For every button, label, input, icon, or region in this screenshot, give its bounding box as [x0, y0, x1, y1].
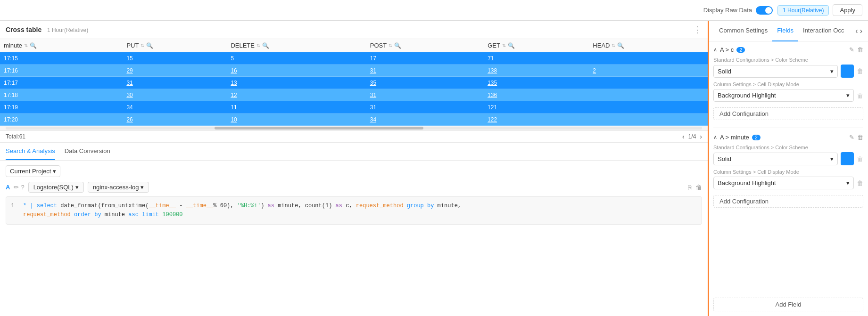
crosstable-title-area: Cross table 1 Hour(Relative) [6, 26, 88, 33]
link-delete[interactable]: 12 [231, 92, 237, 98]
link-delete[interactable]: 13 [231, 80, 237, 86]
delete-query-icon[interactable]: 🗑 [695, 184, 702, 191]
sort-icon-delete[interactable]: ⇅ [256, 43, 260, 48]
copy-icon[interactable]: ⎘ [688, 184, 692, 191]
link-put[interactable]: 29 [126, 67, 132, 74]
tab-common-settings[interactable]: Common Settings [714, 21, 772, 41]
apply-button[interactable]: Apply [833, 4, 862, 16]
cell-display-select-1[interactable]: Background Highlight ▾ [713, 89, 854, 102]
config-color-scheme-2: Standard Configurations > Color Scheme S… [713, 145, 863, 165]
sort-icon-get[interactable]: ⇅ [502, 43, 506, 48]
delete-field-icon[interactable]: 🗑 [857, 46, 863, 53]
help-icon[interactable]: ? [21, 184, 24, 191]
field-a-c-header: ∧ A > c 2 ✎ 🗑 [713, 46, 863, 53]
source-type-selector[interactable]: Logstore(SQL) ▾ [28, 182, 84, 193]
search-icon-head[interactable]: 🔍 [617, 42, 624, 49]
delete-cell-config-2[interactable]: 🗑 [857, 179, 863, 187]
link-get[interactable]: 121 [488, 104, 497, 111]
cell-head [589, 113, 708, 126]
search-icon-minute[interactable]: 🔍 [30, 42, 37, 49]
source-name-selector[interactable]: nginx-access-log ▾ [88, 182, 149, 193]
link-head[interactable]: 2 [593, 67, 596, 74]
tab-search-analysis[interactable]: Search & Analysis [6, 143, 55, 160]
link-delete[interactable]: 11 [231, 104, 237, 111]
more-options-icon[interactable]: ⋮ [694, 24, 702, 35]
display-raw-data-toggle[interactable] [756, 6, 773, 15]
config-color-scheme-label-2: Standard Configurations > Color Scheme [713, 145, 863, 150]
cell-head [589, 89, 708, 101]
search-icon-get[interactable]: 🔍 [508, 42, 515, 49]
cell-display-select-2[interactable]: Background Highlight ▾ [713, 177, 854, 189]
link-put[interactable]: 26 [126, 116, 132, 123]
link-get[interactable]: 138 [488, 67, 497, 74]
link-delete[interactable]: 5 [231, 55, 234, 62]
link-put[interactable]: 31 [126, 80, 132, 86]
cell-delete: 5 [227, 52, 366, 65]
collapse-icon-a-minute[interactable]: ∧ [713, 134, 717, 140]
color-picker-btn-2[interactable] [841, 152, 854, 165]
pagination-row: Total:61 ‹ 1/4 › [0, 130, 708, 142]
delete-color-config-2[interactable]: 🗑 [857, 155, 863, 162]
link-post[interactable]: 31 [370, 67, 376, 74]
edit-field-icon[interactable]: ✎ [849, 46, 854, 53]
delete-cell-config-1[interactable]: 🗑 [857, 92, 863, 99]
code-editor[interactable]: 1 * | select date_format(from_unixtime(_… [6, 196, 702, 225]
edit-icon[interactable]: ✏ [14, 184, 19, 191]
next-page-button[interactable]: › [700, 133, 702, 140]
color-scheme-select-2[interactable]: Solid ▾ [713, 153, 838, 165]
link-post[interactable]: 31 [370, 104, 376, 111]
add-field-button[interactable]: Add Field [713, 298, 863, 311]
query-alias-label: A [6, 184, 10, 191]
color-picker-btn-1[interactable] [841, 65, 854, 78]
link-get[interactable]: 71 [488, 55, 494, 62]
sort-icon-put[interactable]: ⇅ [141, 43, 144, 48]
field-a-minute-name: A > minute [720, 134, 749, 141]
sort-icon-post[interactable]: ⇅ [389, 43, 392, 48]
collapse-icon-a-c[interactable]: ∧ [713, 47, 717, 53]
tab-data-conversion[interactable]: Data Conversion [65, 143, 110, 160]
link-put[interactable]: 34 [126, 104, 132, 111]
horizontal-scrollbar[interactable] [0, 126, 708, 130]
link-get[interactable]: 122 [488, 116, 497, 123]
add-config-btn-1[interactable]: Add Configuration [713, 107, 863, 120]
tab-interaction[interactable]: Interaction Occ [798, 21, 849, 41]
cell-delete: 12 [227, 89, 366, 101]
main-layout: Cross table 1 Hour(Relative) ⋮ minute ⇅ … [0, 21, 868, 316]
link-post[interactable]: 17 [370, 55, 376, 62]
sort-icon-head[interactable]: ⇅ [612, 43, 615, 48]
link-put[interactable]: 30 [126, 92, 132, 98]
panel-next-button[interactable]: › [860, 27, 862, 35]
link-delete[interactable]: 16 [231, 67, 237, 74]
search-icon-delete[interactable]: 🔍 [262, 42, 269, 49]
cell-display-value-2: Background Highlight [718, 179, 776, 186]
chevron-down-cell-2: ▾ [846, 179, 850, 186]
link-delete[interactable]: 10 [231, 116, 237, 123]
sort-icon-minute[interactable]: ⇅ [24, 43, 28, 48]
link-put[interactable]: 15 [126, 55, 132, 62]
link-post[interactable]: 35 [370, 80, 376, 86]
tab-fields[interactable]: Fields [772, 21, 798, 41]
color-scheme-select-1[interactable]: Solid ▾ [713, 65, 838, 78]
col-delete: DELETE ⇅ 🔍 [227, 39, 366, 52]
search-icon-put[interactable]: 🔍 [146, 42, 153, 49]
link-get[interactable]: 136 [488, 92, 497, 98]
time-range-badge[interactable]: 1 Hour(Relative) [777, 5, 829, 16]
edit-field-minute-icon[interactable]: ✎ [849, 134, 854, 141]
link-post[interactable]: 31 [370, 92, 376, 98]
prev-page-button[interactable]: ‹ [682, 133, 685, 140]
cell-get: 135 [484, 77, 589, 89]
add-config-btn-2[interactable]: Add Configuration [713, 195, 863, 208]
link-get[interactable]: 135 [488, 80, 497, 86]
delete-field-minute-icon[interactable]: 🗑 [857, 134, 863, 141]
project-selector[interactable]: Current Project ▾ [6, 165, 60, 177]
search-icon-post[interactable]: 🔍 [394, 42, 401, 49]
col-get: GET ⇅ 🔍 [484, 39, 589, 52]
chevron-down-color-2: ▾ [830, 155, 834, 162]
field-a-minute-badge: 2 [752, 135, 761, 140]
cell-get: 136 [484, 89, 589, 101]
config-color-scheme-row-2: Solid ▾ 🗑 [713, 152, 863, 165]
panel-prev-button[interactable]: ‹ [855, 27, 858, 35]
delete-color-config-1[interactable]: 🗑 [857, 67, 863, 75]
field-a-c-actions: ✎ 🗑 [849, 46, 863, 53]
link-post[interactable]: 34 [370, 116, 376, 123]
